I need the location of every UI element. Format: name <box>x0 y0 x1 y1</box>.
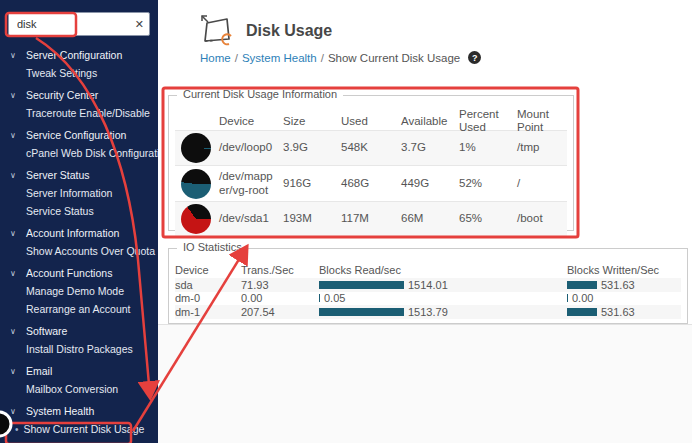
chevron-down-icon: ∨ <box>10 91 26 100</box>
blocks-written-bar <box>567 281 597 289</box>
sidebar-item-show-current-disk-usage[interactable]: • Show Current Disk Usage <box>0 420 158 438</box>
table-row: /dev/sda1 193M 117M 66M 65% /boot <box>175 201 567 237</box>
cell-blocks-read: 0.05 <box>324 292 345 304</box>
breadcrumb-current: Show Current Disk Usage <box>328 52 460 64</box>
column-header-icon-spacer <box>175 119 219 123</box>
chevron-down-icon: ∨ <box>10 171 26 180</box>
cell-device: sda <box>175 279 241 291</box>
sidebar-item-server-information[interactable]: Server Information <box>0 184 158 202</box>
sidebar-item-cpanel-web-disk-configuration[interactable]: cPanel Web Disk Configuration <box>0 144 158 162</box>
sidebar-item-install-distro-packages[interactable]: Install Distro Packages <box>0 340 158 358</box>
sidebar-section-label: Email <box>26 365 52 377</box>
sidebar-item-rearrange-an-account[interactable]: Rearrange an Account <box>0 300 158 318</box>
sidebar-group-security-center: ∨ Security Center Traceroute Enable/Disa… <box>0 86 158 122</box>
breadcrumb-separator: / <box>321 52 324 64</box>
cell-device: dm-0 <box>175 292 241 304</box>
breadcrumb-link-system-health[interactable]: System Health <box>242 52 317 64</box>
cell-blocks-written: 0.00 <box>572 292 593 304</box>
cell-mount-point: /tmp <box>517 139 567 156</box>
chevron-down-icon: ∨ <box>10 229 26 238</box>
cell-trans-per-sec: 207.54 <box>241 306 319 318</box>
chevron-down-icon: ∨ <box>10 269 26 278</box>
sidebar-section-server-status[interactable]: ∨ Server Status <box>0 166 158 184</box>
sidebar-section-system-health[interactable]: ∨ System Health <box>0 402 158 420</box>
sidebar-item-traceroute-enable-disable[interactable]: Traceroute Enable/Disable <box>0 104 158 122</box>
sidebar-search: ✕ <box>8 12 150 36</box>
sidebar: ✕ ∨ Server Configuration Tweak Settings … <box>0 0 158 443</box>
column-header-device: Device <box>219 113 283 130</box>
sidebar-section-software[interactable]: ∨ Software <box>0 322 158 340</box>
cell-size: 916G <box>283 175 341 192</box>
sidebar-item-label: Mailbox Conversion <box>26 383 118 395</box>
sidebar-section-label: System Health <box>26 405 94 417</box>
cell-percent-used: 65% <box>459 210 517 227</box>
sidebar-item-tweak-settings[interactable]: Tweak Settings <box>0 64 158 82</box>
sidebar-item-label: Rearrange an Account <box>26 303 131 315</box>
clear-search-icon[interactable]: ✕ <box>135 16 144 32</box>
main-content: Disk Usage Home / System Health / Show C… <box>158 0 692 443</box>
chevron-down-icon: ∨ <box>10 367 26 376</box>
column-header-available: Available <box>401 113 459 130</box>
table-row: dm-1 207.54 1513.79 531.63 <box>175 305 681 319</box>
table-header-row: Device Size Used Available Percent Used … <box>175 106 567 130</box>
cell-size: 3.9G <box>283 139 341 156</box>
sidebar-item-label: Manage Demo Mode <box>26 285 124 297</box>
help-icon[interactable]: ? <box>468 51 481 64</box>
cell-size: 193M <box>283 210 341 227</box>
sidebar-section-account-information[interactable]: ∨ Account Information <box>0 224 158 242</box>
sidebar-section-service-configuration[interactable]: ∨ Service Configuration <box>0 126 158 144</box>
sidebar-section-account-functions[interactable]: ∨ Account Functions <box>0 264 158 282</box>
blocks-read-bar <box>319 281 404 289</box>
table-header-row: Device Trans./Sec Blocks Read/sec Blocks… <box>175 261 681 278</box>
sidebar-group-software: ∨ Software Install Distro Packages <box>0 322 158 358</box>
search-input[interactable] <box>8 12 150 36</box>
column-header-mount-point: Mount Point <box>517 106 567 136</box>
cell-mount-point: /boot <box>517 210 567 227</box>
cell-blocks-written: 531.63 <box>601 279 635 291</box>
sidebar-item-show-accounts-over-quota[interactable]: Show Accounts Over Quota <box>0 242 158 260</box>
sidebar-section-security-center[interactable]: ∨ Security Center <box>0 86 158 104</box>
sidebar-group-account-information: ∨ Account Information Show Accounts Over… <box>0 224 158 260</box>
cell-trans-per-sec: 71.93 <box>241 279 319 291</box>
column-header-used: Used <box>341 113 401 130</box>
table-row: sda 71.93 1514.01 531.63 <box>175 278 681 292</box>
cell-used: 468G <box>341 175 401 192</box>
disk-pie-chart <box>181 169 211 199</box>
sidebar-item-mailbox-conversion[interactable]: Mailbox Conversion <box>0 380 158 398</box>
chevron-down-icon: ∨ <box>10 407 26 416</box>
column-header-blocks-read: Blocks Read/sec <box>319 264 567 276</box>
disk-pie-chart <box>181 204 211 234</box>
chevron-down-icon: ∨ <box>10 131 26 140</box>
sidebar-item-label: Traceroute Enable/Disable <box>26 107 150 119</box>
cell-trans-per-sec: 0.00 <box>241 292 319 304</box>
sidebar-section-label: Server Configuration <box>26 49 122 61</box>
breadcrumb-separator: / <box>235 52 238 64</box>
sidebar-section-label: Server Status <box>26 169 90 181</box>
blocks-written-bar <box>567 294 568 302</box>
sidebar-section-server-configuration[interactable]: ∨ Server Configuration <box>0 46 158 64</box>
sidebar-item-manage-demo-mode[interactable]: Manage Demo Mode <box>0 282 158 300</box>
sidebar-item-label: Server Information <box>26 187 112 199</box>
sidebar-group-email: ∨ Email Mailbox Conversion <box>0 362 158 398</box>
column-header-device: Device <box>175 264 241 276</box>
sidebar-section-label: Software <box>26 325 67 337</box>
sidebar-section-email[interactable]: ∨ Email <box>0 362 158 380</box>
disk-usage-table: Device Size Used Available Percent Used … <box>175 106 567 237</box>
cell-percent-used: 1% <box>459 139 517 156</box>
cell-device: dm-1 <box>175 306 241 318</box>
cell-blocks-read: 1513.79 <box>408 306 448 318</box>
io-statistics-panel: IO Statistics Device Trans./Sec Blocks R… <box>168 248 688 324</box>
sidebar-item-label: Install Distro Packages <box>26 343 133 355</box>
page-header: Disk Usage <box>198 13 332 49</box>
blocks-read-bar <box>319 308 404 316</box>
breadcrumb-link-home[interactable]: Home <box>200 52 231 64</box>
sidebar-group-server-status: ∨ Server Status Server Information Servi… <box>0 166 158 220</box>
column-header-trans-per-sec: Trans./Sec <box>241 264 319 276</box>
cell-available: 3.7G <box>401 139 459 156</box>
column-header-percent-used: Percent Used <box>459 106 517 136</box>
sidebar-item-service-status[interactable]: Service Status <box>0 202 158 220</box>
sidebar-item-label: Tweak Settings <box>26 67 97 79</box>
cell-blocks-read: 1514.01 <box>408 279 448 291</box>
sidebar-item-label: cPanel Web Disk Configuration <box>26 147 158 159</box>
sidebar-section-label: Account Information <box>26 227 119 239</box>
